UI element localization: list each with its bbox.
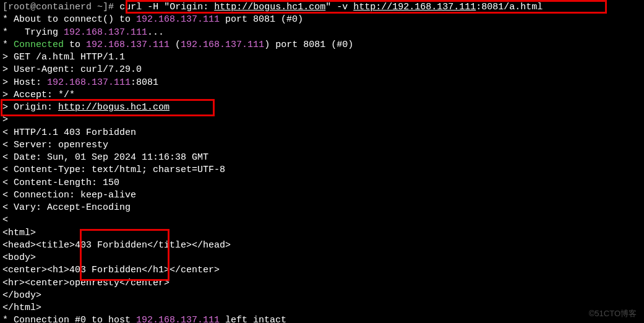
body-h1-line: <center><h1>403 Forbidden</h1></center> (2, 264, 642, 277)
resp-date-line: < Date: Sun, 01 Sep 2024 11:16:38 GMT (2, 152, 642, 164)
body-title-line: <head><title>403 Forbidden</title></head… (2, 239, 642, 252)
req-get-line: > GET /a.html HTTP/1.1 (2, 51, 642, 64)
resp-conn-line: < Connection: keep-alive (2, 189, 642, 202)
resp-status-line: < HTTP/1.1 403 Forbidden (2, 127, 642, 139)
req-accept-line: > Accept: */* (2, 89, 642, 101)
req-end-line: > (2, 114, 642, 126)
req-ua-line: > User-Agent: curl/7.29.0 (2, 64, 642, 76)
resp-end-line: < (2, 214, 642, 226)
about-connect-line: * About to connect() to 192.168.137.111 … (2, 14, 642, 26)
watermark: ©51CTO博客 (589, 308, 637, 319)
conn-intact-line: * Connection #0 to host 192.168.137.111 … (2, 314, 642, 323)
trying-line: * Trying 192.168.137.111... (2, 27, 642, 39)
origin-url: http://bogus.hc1.com (214, 2, 325, 12)
prompt-line: [root@containerd ~]# curl -H "Origin: ht… (2, 1, 642, 14)
connected-line: * Connected to 192.168.137.111 (192.168.… (2, 39, 642, 51)
resp-clen-line: < Content-Length: 150 (2, 177, 642, 189)
resp-vary-line: < Vary: Accept-Encoding (2, 202, 642, 214)
target-url: http://192.168.137.111 (353, 2, 476, 12)
req-origin-url: http://bogus.hc1.com (58, 102, 170, 113)
body-body-open: <body> (2, 252, 642, 264)
body-hr-line: <hr><center>openresty</center> (2, 277, 642, 290)
body-body-close: </body> (2, 290, 642, 302)
body-html-close: </html> (2, 302, 642, 314)
req-origin-line: > Origin: http://bogus.hc1.com (2, 101, 642, 114)
resp-server-line: < Server: openresty (2, 139, 642, 152)
resp-ctype-line: < Content-Type: text/html; charset=UTF-8 (2, 164, 642, 176)
terminal-output[interactable]: [root@containerd ~]# curl -H "Origin: ht… (2, 1, 642, 323)
body-html-open: <html> (2, 227, 642, 239)
req-host-line: > Host: 192.168.137.111:8081 (2, 77, 642, 89)
